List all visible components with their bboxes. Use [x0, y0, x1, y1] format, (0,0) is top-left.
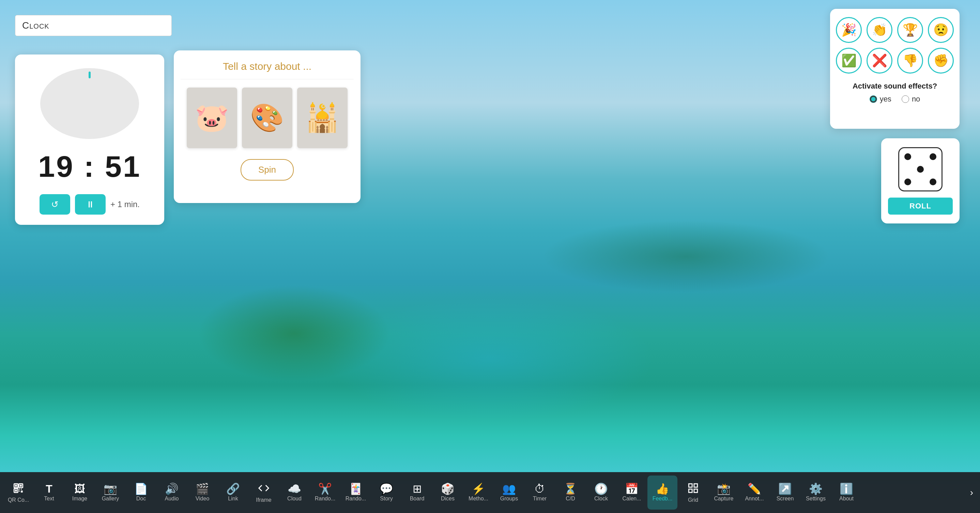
toolbar-item-timer[interactable]: ⏱ Timer: [525, 475, 555, 510]
feedback-widget: 🎉 👏 🏆 😟 ✅ ❌ 👎 ✊ Activate sound effects? …: [830, 9, 959, 129]
random2-icon: 🃏: [349, 483, 363, 494]
toolbar-item-annotate[interactable]: ✏️ Annot...: [740, 475, 769, 510]
calendar-icon: 📅: [625, 483, 639, 494]
story-widget: Tell a story about ... 🐷 🎨 🕌 Spin: [174, 51, 361, 203]
toolbar-label-cd: C/D: [566, 496, 575, 502]
toolbar-label-random1: Rando...: [315, 496, 335, 502]
spin-button[interactable]: Spin: [240, 159, 294, 181]
annotate-icon: ✏️: [748, 483, 761, 494]
dice-dot-9: [929, 178, 936, 185]
toolbar-label-screen: Screen: [776, 496, 794, 502]
feedback-no-radio[interactable]: [902, 95, 909, 103]
toolbar-item-qr-code[interactable]: QR Co...: [3, 475, 33, 510]
image-icon: 🖼: [74, 483, 85, 494]
toolbar-item-calendar[interactable]: 📅 Calen...: [617, 475, 647, 510]
toolbar-item-about[interactable]: ℹ️ About: [831, 475, 861, 510]
feedback-icon-cross[interactable]: ❌: [867, 48, 892, 73]
clock-add-min-label: + 1 min.: [110, 200, 140, 209]
dices-icon: 🎲: [441, 483, 455, 494]
toolbar-item-video[interactable]: 🎬 Video: [188, 475, 217, 510]
toolbar-item-random1[interactable]: ✂️ Rando...: [310, 475, 340, 510]
feedback-icon-thumbdown[interactable]: 👎: [897, 48, 923, 73]
title-input[interactable]: [15, 15, 172, 36]
toolbar-item-iframe[interactable]: Iframe: [249, 475, 279, 510]
clock-indicator: [89, 71, 91, 78]
toolbar-label-qr-code: QR Co...: [8, 497, 29, 503]
reset-icon: ↺: [51, 199, 59, 210]
feedback-icon-trophy[interactable]: 🏆: [897, 17, 923, 43]
svg-rect-9: [21, 491, 23, 492]
feedback-icon-fist[interactable]: ✊: [928, 48, 954, 73]
toolbar-item-board[interactable]: ⊞ Board: [402, 475, 432, 510]
toolbar-item-link[interactable]: 🔗 Link: [218, 475, 248, 510]
toolbar-item-capture[interactable]: 📸 Capture: [709, 475, 739, 510]
clock-hours: 19: [38, 149, 74, 183]
feedback-yes-radio[interactable]: [870, 95, 877, 103]
toolbar-item-cd[interactable]: ⏳ C/D: [555, 475, 585, 510]
svg-rect-6: [19, 489, 20, 489]
story-image-pig[interactable]: 🐷: [187, 87, 237, 148]
toolbar-label-calendar: Calen...: [622, 496, 641, 502]
feedback-icon-check[interactable]: ✅: [836, 48, 862, 73]
toolbar-label-annotate: Annot...: [745, 496, 764, 502]
toolbar-item-text[interactable]: T Text: [34, 475, 64, 510]
toolbar-label-video: Video: [196, 496, 210, 502]
toolbar-label-settings: Settings: [806, 496, 826, 502]
toolbar-item-grid[interactable]: Grid: [678, 475, 708, 510]
svg-rect-5: [15, 489, 17, 492]
toolbar-label-grid: Grid: [688, 497, 698, 503]
toolbar-item-random2[interactable]: 🃏 Rando...: [341, 475, 371, 510]
toolbar-item-gallery[interactable]: 📷 Gallery: [95, 475, 126, 510]
toolbar-item-dices[interactable]: 🎲 Dices: [433, 475, 463, 510]
method-icon: ⚡: [472, 483, 485, 494]
story-image-palette[interactable]: 🎨: [242, 87, 293, 148]
toolbar-label-board: Board: [410, 496, 425, 502]
cd-icon: ⏳: [563, 483, 577, 494]
story-title: Tell a story about ...: [223, 60, 312, 72]
feedback-icon-clap[interactable]: 👏: [867, 17, 892, 43]
feedback-icons-row-2: ✅ ❌ 👎 ✊: [836, 48, 954, 73]
clock-reset-button[interactable]: ↺: [40, 194, 70, 214]
settings-icon: ⚙️: [809, 483, 822, 494]
feedback-yes-label[interactable]: yes: [870, 95, 891, 103]
timer-icon: ⏱: [534, 483, 545, 494]
feedback-icon-sad[interactable]: 😟: [928, 17, 954, 43]
toolbar-label-story: Story: [380, 496, 393, 502]
toolbar-label-timer: Timer: [533, 496, 547, 502]
toolbar-label-feedback: Feedb...: [652, 496, 673, 502]
toolbar-item-audio[interactable]: 🔊 Audio: [157, 475, 187, 510]
link-icon: 🔗: [226, 483, 240, 494]
dice-face: [898, 147, 942, 191]
toolbar-item-screen[interactable]: ↗️ Screen: [770, 475, 800, 510]
toolbar-item-clock[interactable]: 🕐 Clock: [586, 475, 616, 510]
clock-controls: ↺ ⏸ + 1 min.: [40, 194, 140, 214]
toolbar-label-dices: Dices: [441, 496, 455, 502]
toolbar-item-groups[interactable]: 👥 Groups: [494, 475, 524, 510]
toolbar-more-button[interactable]: ›: [967, 487, 977, 498]
toolbar-item-feedback[interactable]: 👍 Feedb...: [648, 475, 678, 510]
feedback-icon-party[interactable]: 🎉: [836, 17, 862, 43]
toolbar-item-method[interactable]: ⚡ Metho...: [463, 475, 493, 510]
dice-dot-1: [904, 153, 911, 160]
svg-rect-12: [689, 489, 692, 492]
feedback-no-text: no: [912, 95, 920, 103]
clock-pause-button[interactable]: ⏸: [75, 194, 106, 214]
toolbar-item-image[interactable]: 🖼 Image: [65, 475, 95, 510]
toolbar-item-cloud[interactable]: ☁️ Cloud: [279, 475, 309, 510]
feedback-sound-label: Activate sound effects?: [853, 82, 937, 91]
story-icon: 💬: [380, 483, 393, 494]
toolbar-label-clock: Clock: [594, 496, 608, 502]
toolbar-label-text: Text: [44, 496, 54, 502]
audio-icon: 🔊: [165, 483, 178, 494]
feedback-no-label[interactable]: no: [902, 95, 920, 103]
iframe-icon: [258, 482, 269, 496]
story-image-mosque[interactable]: 🕌: [297, 87, 348, 148]
dice-dot-6: [929, 166, 936, 173]
toolbar-item-story[interactable]: 💬 Story: [371, 475, 401, 510]
feedback-radio-row: yes no: [870, 95, 920, 103]
toolbar-label-method: Metho...: [469, 496, 488, 502]
roll-button[interactable]: ROLL: [888, 198, 953, 214]
toolbar-item-doc[interactable]: 📄 Doc: [126, 475, 156, 510]
clock-minutes: 51: [105, 149, 141, 183]
toolbar-item-settings[interactable]: ⚙️ Settings: [801, 475, 831, 510]
